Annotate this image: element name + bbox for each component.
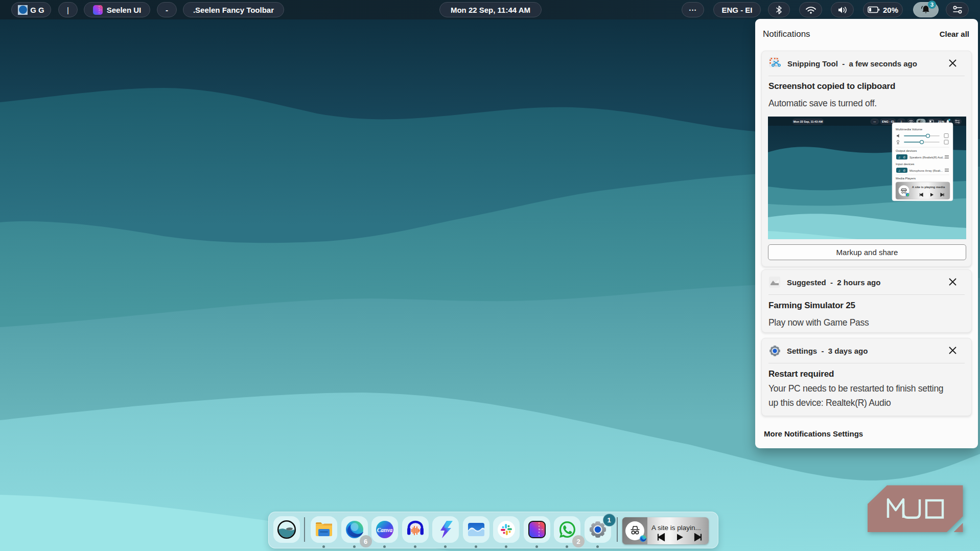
svg-text:Output devices: Output devices [896, 149, 917, 152]
svg-text:♫: ♫ [898, 169, 901, 172]
svg-text:Canva: Canva [377, 527, 393, 533]
svg-text:A site is playing media: A site is playing media [912, 186, 945, 189]
svg-text:Media Players: Media Players [896, 176, 916, 180]
svg-text:♫: ♫ [898, 156, 901, 159]
svg-text:✆: ✆ [903, 169, 905, 172]
svg-text:Mon 22 Sep, 11:43 AM: Mon 22 Sep, 11:43 AM [794, 120, 823, 123]
svg-text:Multimedia Volume: Multimedia Volume [896, 127, 923, 131]
svg-text:...: ... [873, 120, 876, 123]
svg-text:Input devices: Input devices [896, 162, 914, 166]
svg-text:✆: ✆ [903, 156, 905, 159]
svg-text:Speakers (Realtek(R) Aud...: Speakers (Realtek(R) Aud... [909, 156, 945, 159]
svg-text:ENG - EI: ENG - EI [882, 120, 894, 123]
svg-text:Microphone Array (Realt...: Microphone Array (Realt... [909, 169, 943, 172]
